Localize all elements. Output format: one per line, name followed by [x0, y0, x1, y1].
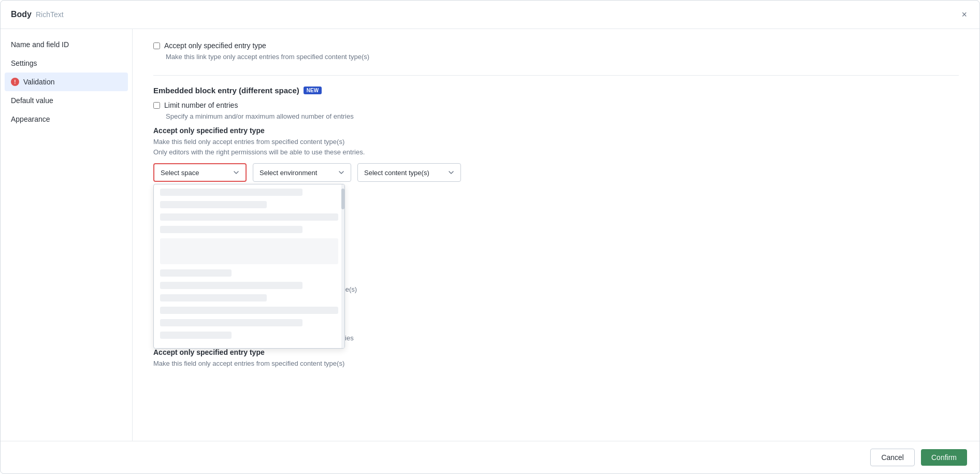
main-content: Accept only specified entry type Make th…: [133, 29, 979, 441]
blurred-row: [160, 269, 232, 277]
checkbox-accept-entry-type-top[interactable]: [153, 42, 160, 49]
accept-only-desc-inline: Make this field only accept entries from…: [153, 358, 959, 369]
sidebar-item-appearance[interactable]: Appearance: [1, 110, 132, 128]
blurred-row: [160, 238, 338, 264]
checkbox-limit-entries-block[interactable]: [153, 102, 160, 109]
badge-new-embedded-block: New: [304, 87, 322, 94]
select-environment-dropdown[interactable]: Select environment: [253, 163, 351, 182]
checkbox-label-accept-entry-top: Accept only specified entry type: [164, 41, 266, 50]
sidebar-item-validation[interactable]: Validation: [5, 73, 128, 91]
select-environment-placeholder: Select environment: [260, 169, 317, 177]
modal-title: Body: [11, 10, 32, 19]
accept-only-desc-text2: Only editors with the right permissions …: [153, 148, 365, 156]
sidebar-item-label: Appearance: [11, 115, 50, 123]
blurred-row: [160, 282, 302, 289]
sidebar-item-label: Settings: [11, 59, 37, 67]
modal-container: Body RichText × Name and field ID Settin…: [0, 0, 980, 474]
accept-only-desc-text1: Make this field only accept entries from…: [153, 138, 344, 146]
section-accept-entry-type-top: Accept only specified entry type Make th…: [153, 41, 959, 61]
close-button[interactable]: ×: [959, 8, 969, 21]
modal-header: Body RichText ×: [1, 1, 979, 29]
checkbox-row-limit-block: Limit number of entries: [153, 101, 959, 109]
blurred-row: [160, 332, 232, 339]
blurred-row: [160, 213, 338, 221]
sidebar-item-name-field[interactable]: Name and field ID: [1, 35, 132, 54]
checkbox-description-accept-entry-top: Make this link type only accept entries …: [166, 53, 959, 61]
accept-only-title-inline: Accept only specified entry type: [153, 348, 959, 356]
select-content-type-placeholder: Select content type(s): [364, 169, 429, 177]
confirm-button[interactable]: Confirm: [921, 449, 967, 466]
checkbox-description-limit-block: Specify a minimum and/or maximum allowed…: [166, 112, 959, 120]
blurred-row: [160, 307, 338, 314]
section-title-text-embedded-block: Embedded block entry (different space): [153, 86, 299, 95]
modal-footer: Cancel Confirm: [1, 441, 979, 473]
blurred-row: [160, 201, 267, 208]
checkbox-row-accept-entry-top: Accept only specified entry type: [153, 41, 959, 50]
dropdown-blurred-content: [154, 184, 344, 348]
blurred-row: [160, 189, 302, 196]
cancel-button[interactable]: Cancel: [870, 449, 915, 466]
validation-error-indicator: [11, 78, 19, 86]
blurred-row: [160, 226, 302, 233]
sidebar-item-label: Name and field ID: [11, 40, 69, 49]
blurred-row: [160, 294, 267, 301]
accept-only-section-block: Accept only specified entry type Make th…: [153, 126, 959, 293]
space-dropdown-panel: [153, 184, 345, 349]
sidebar-item-label: Validation: [23, 78, 54, 86]
select-content-type-dropdown[interactable]: Select content type(s): [357, 163, 461, 182]
accept-only-section-inline: Accept only specified entry type Make th…: [153, 348, 959, 369]
dropdown-scrollbar-thumb: [341, 189, 344, 209]
checkbox-label-limit-block: Limit number of entries: [164, 101, 238, 109]
chevron-down-icon: [448, 169, 454, 176]
chevron-down-icon: [233, 169, 239, 176]
sidebar-item-default-value[interactable]: Default value: [1, 91, 132, 110]
sidebar-item-settings[interactable]: Settings: [1, 54, 132, 73]
sidebar: Name and field ID Settings Validation De…: [1, 29, 133, 441]
accept-only-title-block: Accept only specified entry type: [153, 126, 959, 135]
section-embedded-block-entry: Embedded block entry (different space) N…: [153, 75, 959, 293]
blurred-row: [160, 319, 302, 326]
modal-body: Name and field ID Settings Validation De…: [1, 29, 979, 441]
chevron-down-icon: [338, 169, 344, 176]
modal-subtitle: RichText: [36, 10, 64, 19]
section-title-embedded-block: Embedded block entry (different space) N…: [153, 86, 959, 95]
accept-only-desc-line1-block: Make this field only accept entries from…: [153, 137, 959, 157]
select-space-placeholder: Select space: [161, 169, 199, 177]
sidebar-item-label: Default value: [11, 96, 53, 105]
select-space-wrapper: Select space: [153, 163, 247, 182]
selects-row-block: Select space: [153, 163, 959, 182]
dropdown-scrollbar[interactable]: [341, 184, 344, 348]
select-space-dropdown[interactable]: Select space: [153, 163, 247, 182]
